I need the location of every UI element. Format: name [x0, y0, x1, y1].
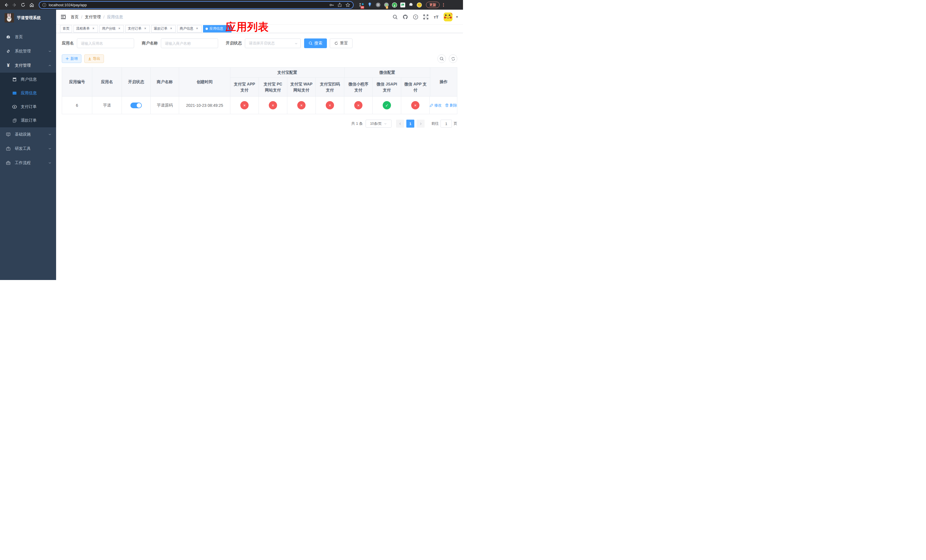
cell-merchant: 芋道源码 — [151, 97, 179, 114]
sidebar-item-pay-order[interactable]: ¥ 支付订单 — [0, 100, 56, 114]
reload-icon[interactable] — [20, 1, 27, 9]
merchant-name-input[interactable] — [161, 38, 218, 48]
status-select[interactable]: 请选择开启状态 — [245, 38, 301, 48]
app-name-input[interactable] — [77, 38, 134, 48]
close-icon[interactable]: × — [117, 27, 121, 31]
address-bar[interactable]: localhost:1024/pay/app — [39, 1, 354, 9]
browser-profile-avatar[interactable] — [416, 2, 422, 8]
share-icon[interactable] — [337, 3, 342, 7]
status-toggle[interactable] — [130, 103, 142, 108]
toggle-search-icon[interactable] — [437, 54, 446, 63]
header-search-icon[interactable] — [392, 14, 398, 20]
alipay-pc-status-icon: × — [269, 101, 277, 109]
ext-yuque-icon[interactable]: y — [392, 2, 397, 8]
shop-icon — [12, 77, 17, 82]
site-info-icon[interactable] — [42, 3, 47, 7]
app-title: 芋道管理系统 — [17, 15, 41, 21]
current-page-button[interactable]: 1 — [406, 120, 414, 128]
prev-page-button[interactable] — [396, 120, 404, 128]
close-icon[interactable]: × — [195, 27, 199, 31]
close-icon[interactable]: × — [91, 27, 95, 31]
edit-link[interactable]: 修改 — [430, 103, 442, 108]
cell-actions: 修改 删除 — [430, 97, 457, 114]
reset-button[interactable]: 重置 — [330, 38, 353, 48]
sidebar-item-workflow[interactable]: 工作流程 — [0, 156, 56, 170]
extensions-puzzle-icon[interactable] — [409, 2, 414, 8]
tag-merchant-info[interactable]: 商户信息× — [177, 25, 201, 32]
add-button[interactable]: 新增 — [62, 54, 82, 63]
update-button[interactable]: 更新 — [426, 2, 440, 8]
sidebar-item-app-info[interactable]: 应用信息 — [0, 86, 56, 100]
logo-row[interactable]: 芋道管理系统 — [0, 10, 56, 26]
help-icon[interactable]: ? — [413, 14, 418, 20]
ext-proxy-icon[interactable]: 1 — [384, 2, 389, 8]
search-button[interactable]: 搜索 — [304, 38, 327, 48]
sidebar-item-home[interactable]: 首页 — [0, 30, 56, 44]
export-button[interactable]: 导出 — [84, 54, 104, 63]
toolbox-icon — [6, 147, 11, 151]
breadcrumb: 首页 / 支付管理 / 应用信息 — [71, 15, 123, 20]
page-annotation-title: 应用列表 — [225, 20, 269, 34]
sidebar-item-merchant-info[interactable]: 商户信息 — [0, 73, 56, 86]
key-icon[interactable] — [329, 3, 334, 8]
document-icon — [12, 118, 17, 123]
forward-icon[interactable] — [11, 1, 18, 9]
breadcrumb-current: 应用信息 — [107, 15, 123, 20]
ext-command-icon[interactable]: ⌘ — [375, 2, 381, 8]
merchant-name-label: 商户名称 — [142, 41, 158, 46]
sidebar-item-payment[interactable]: ¥ 支付管理 — [0, 58, 56, 73]
delete-link[interactable]: 删除 — [445, 103, 457, 108]
search-form: 应用名 商户名称 开启状态 请选择开启状态 — [62, 38, 457, 48]
payment-submenu: 商户信息 应用信息 ¥ 支付订单 — [0, 73, 56, 127]
monitor-icon — [6, 132, 11, 137]
sidebar-item-devtools[interactable]: 研发工具 — [0, 142, 56, 156]
chevron-down-icon — [48, 50, 51, 53]
cell-app-name: 芋道 — [92, 97, 122, 114]
refresh-icon[interactable] — [449, 54, 457, 63]
next-page-button[interactable] — [416, 120, 425, 128]
page-unit-label: 页 — [454, 121, 457, 126]
font-size-icon[interactable]: тT — [433, 14, 439, 20]
chevron-down-icon — [48, 161, 51, 165]
tag-user-group[interactable]: 用户分组× — [99, 25, 124, 32]
url-text[interactable]: localhost:1024/pay/app — [49, 3, 327, 7]
ext-tabs-icon[interactable]: 10 — [359, 2, 364, 8]
col-status: 开启状态 — [122, 68, 151, 96]
home-icon[interactable] — [28, 1, 35, 9]
sidebar-item-infra[interactable]: 基础设施 — [0, 127, 56, 142]
fullscreen-icon[interactable] — [423, 14, 428, 20]
ext-lantern-icon[interactable] — [367, 2, 372, 8]
col-alipay-pc: 支付宝 PC 网站支付 — [259, 78, 287, 96]
browser-menu-kebab-icon[interactable] — [443, 3, 444, 7]
sidebar-item-refund-order[interactable]: 退款订单 — [0, 114, 56, 127]
breadcrumb-home[interactable]: 首页 — [71, 15, 79, 20]
breadcrumb-payment[interactable]: 支付管理 — [85, 15, 101, 20]
tag-refund-order[interactable]: 退款订单× — [151, 25, 176, 32]
hamburger-icon[interactable] — [61, 15, 66, 20]
browser-toolbar: localhost:1024/pay/app 10 ⌘ 1 — [0, 0, 463, 10]
svg-text:¥: ¥ — [14, 106, 15, 108]
col-app-id: 应用编号 — [62, 68, 92, 96]
col-actions: 操作 — [430, 68, 457, 96]
col-wechat-jsapi: 微信 JSAPI 支付 — [373, 78, 401, 96]
tag-process-form[interactable]: 流程表单× — [73, 25, 98, 32]
alipay-app-status-icon: × — [240, 101, 248, 109]
back-icon[interactable] — [2, 1, 10, 9]
chevron-down-icon — [384, 122, 387, 125]
chevron-up-icon — [48, 64, 51, 67]
ext-chat-icon[interactable] — [400, 2, 406, 8]
bookmark-star-icon[interactable] — [345, 3, 350, 8]
col-alipay-app: 支付宝 APP 支付 — [230, 78, 259, 96]
tag-pay-order[interactable]: 支付订单× — [125, 25, 150, 32]
caret-down-icon[interactable]: ▼ — [455, 15, 458, 18]
tag-home[interactable]: 首页 — [60, 25, 72, 32]
close-icon[interactable]: × — [169, 27, 173, 31]
github-icon[interactable] — [402, 14, 408, 20]
close-icon[interactable]: × — [143, 27, 147, 31]
yen-icon: ¥ — [6, 63, 11, 68]
user-avatar[interactable] — [443, 12, 452, 21]
page-size-select[interactable]: 10条/页 — [366, 120, 392, 128]
chevron-down-icon — [294, 42, 298, 45]
sidebar-item-system[interactable]: 系统管理 — [0, 44, 56, 58]
goto-page-input[interactable] — [440, 120, 452, 128]
